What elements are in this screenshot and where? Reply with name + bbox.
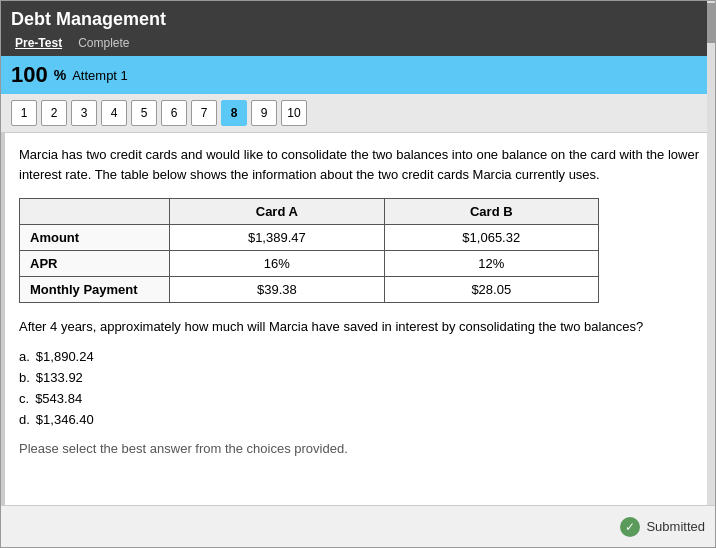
answer-options: a. $1,890.24 b. $133.92 c. $543.84 d. $1… <box>19 349 701 427</box>
validation-message: Please select the best answer from the c… <box>19 441 701 456</box>
table-header-empty <box>20 199 170 225</box>
row-label-monthly: Monthly Payment <box>20 277 170 303</box>
option-a-text: $1,890.24 <box>36 349 94 364</box>
option-b-text: $133.92 <box>36 370 83 385</box>
q-btn-1[interactable]: 1 <box>11 100 37 126</box>
check-icon: ✓ <box>620 517 640 537</box>
tab-pretest[interactable]: Pre-Test <box>11 34 66 52</box>
q-btn-4[interactable]: 4 <box>101 100 127 126</box>
q-btn-5[interactable]: 5 <box>131 100 157 126</box>
option-d-text: $1,346.40 <box>36 412 94 427</box>
scroll-track[interactable] <box>707 1 715 547</box>
answer-option-c[interactable]: c. $543.84 <box>19 391 701 406</box>
nav-tabs: Pre-Test Complete <box>11 34 705 52</box>
answer-option-d[interactable]: d. $1,346.40 <box>19 412 701 427</box>
credit-card-table: Card A Card B Amount $1,389.47 $1,065.32… <box>19 198 599 303</box>
row-card-b-monthly: $28.05 <box>384 277 598 303</box>
score-bar: 100% Attempt 1 <box>1 56 715 94</box>
row-card-a-amount: $1,389.47 <box>170 225 384 251</box>
footer: ✓ Submitted <box>1 505 715 547</box>
table-header-card-a: Card A <box>170 199 384 225</box>
q-btn-6[interactable]: 6 <box>161 100 187 126</box>
question-content: Marcia has two credit cards and would li… <box>1 133 715 523</box>
table-header-card-b: Card B <box>384 199 598 225</box>
row-card-a-monthly: $39.38 <box>170 277 384 303</box>
submitted-label: Submitted <box>646 519 705 534</box>
option-c-letter: c. <box>19 391 29 406</box>
option-d-letter: d. <box>19 412 30 427</box>
q-btn-2[interactable]: 2 <box>41 100 67 126</box>
q-btn-7[interactable]: 7 <box>191 100 217 126</box>
table-row: APR 16% 12% <box>20 251 599 277</box>
option-a-letter: a. <box>19 349 30 364</box>
row-card-b-apr: 12% <box>384 251 598 277</box>
attempt-label: Attempt 1 <box>72 68 128 83</box>
submitted-badge: ✓ Submitted <box>620 517 705 537</box>
followup-question-text: After 4 years, approximately how much wi… <box>19 317 701 337</box>
row-card-b-amount: $1,065.32 <box>384 225 598 251</box>
table-row: Monthly Payment $39.38 $28.05 <box>20 277 599 303</box>
q-btn-10[interactable]: 10 <box>281 100 307 126</box>
row-label-amount: Amount <box>20 225 170 251</box>
row-label-apr: APR <box>20 251 170 277</box>
q-btn-8[interactable]: 8 <box>221 100 247 126</box>
scroll-thumb[interactable] <box>707 3 715 43</box>
answer-option-a[interactable]: a. $1,890.24 <box>19 349 701 364</box>
option-c-text: $543.84 <box>35 391 82 406</box>
app-title: Debt Management <box>11 9 705 30</box>
row-card-a-apr: 16% <box>170 251 384 277</box>
score-symbol: % <box>54 67 66 83</box>
tab-complete[interactable]: Complete <box>74 34 133 52</box>
app-header: Debt Management Pre-Test Complete <box>1 1 715 56</box>
question-nav: 1 2 3 4 5 6 7 8 9 10 <box>1 94 715 133</box>
table-row: Amount $1,389.47 $1,065.32 <box>20 225 599 251</box>
option-b-letter: b. <box>19 370 30 385</box>
q-btn-9[interactable]: 9 <box>251 100 277 126</box>
q-btn-3[interactable]: 3 <box>71 100 97 126</box>
answer-option-b[interactable]: b. $133.92 <box>19 370 701 385</box>
score-percent: 100 <box>11 62 48 88</box>
question-intro-text: Marcia has two credit cards and would li… <box>19 145 701 184</box>
